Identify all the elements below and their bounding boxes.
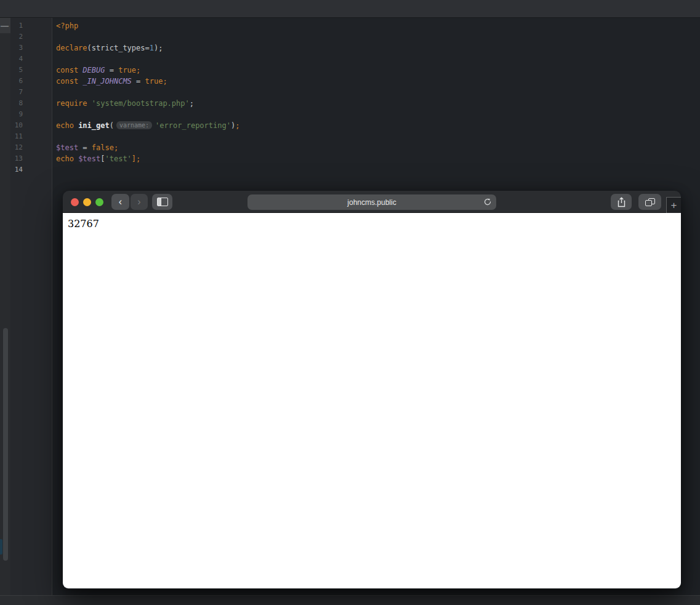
code-token: const [56,66,82,74]
code-line [56,87,239,98]
line-number: 9 [10,109,23,120]
share-icon [617,197,626,207]
browser-page: 32767 [63,213,681,588]
code-token: echo [56,154,78,163]
line-number: 14 [10,164,23,175]
tabs-overview-icon [645,198,655,206]
tabs-overview-button[interactable] [638,194,661,210]
zoom-window-button[interactable] [95,198,103,206]
close-window-button[interactable] [71,198,79,206]
code-token: _IN_JOHNCMS [82,77,131,86]
line-number: 13 [10,153,23,164]
code-line: const _IN_JOHNCMS = true; [56,76,239,87]
code-token: 'system/bootstrap.php' [92,99,190,108]
forward-icon: › [137,196,140,207]
new-tab-button[interactable]: + [666,197,681,213]
code-token: const [56,77,82,86]
editor-scrollbar-thumb[interactable] [3,328,8,561]
code-token: 'test' [105,154,131,163]
code-token: = [78,143,92,152]
code-token: ; [190,99,194,108]
code-token: 1 [150,44,154,52]
line-number: 8 [10,98,23,109]
parameter-hint-pill: varname: [116,121,152,129]
code-token: echo [56,121,78,130]
dash-icon: — [0,22,9,30]
forward-button[interactable]: › [131,194,148,210]
line-number: 10 [10,120,23,131]
code-line: declare(strict_types=1); [56,42,239,54]
share-button[interactable] [611,194,632,210]
line-number: 7 [10,87,23,98]
code-token: <?php [56,22,78,30]
code-token: declare [56,44,87,52]
plus-icon: + [671,199,677,212]
code-token: ; [235,121,239,130]
code-token: ); [154,44,163,52]
code-token: DEBUG [82,66,105,74]
line-number: 6 [10,76,23,87]
code-token: (strict_types= [87,44,150,52]
line-number: 5 [10,65,23,76]
code-line: const DEBUG = true; [56,65,239,76]
code-line [56,164,239,175]
line-number: 3 [10,42,23,54]
line-number: 12 [10,142,23,153]
editor-gutter: 1234567891011121314 [10,18,52,595]
code-token: false; [92,143,118,152]
page-output-text: 32767 [68,218,99,230]
back-button[interactable]: ‹ [111,194,129,210]
line-number: 4 [10,54,23,65]
safari-window: ‹ › johncms.public [63,191,681,589]
code-token: ini_get [78,121,110,130]
toolwindow-collapse-button[interactable]: — [0,18,10,33]
code-token: = [132,77,145,86]
code-token: true; [118,66,140,74]
code-token: 'error_reporting' [155,121,231,130]
code-line [56,54,239,65]
sidebar-icon [157,198,168,206]
code-line: <?php [56,20,239,31]
code-token: $test [78,154,100,163]
code-line: echo ini_get(varname:'error_reporting'); [56,120,239,131]
code-token: require [56,99,92,108]
line-number: 2 [10,31,23,42]
reload-button[interactable] [483,198,492,209]
ide-titlebar [0,0,700,18]
code-token: $test [56,143,78,152]
code-line: echo $test['test']; [56,153,239,164]
code-line: require 'system/bootstrap.php'; [56,98,239,109]
code-token: ( [110,121,114,130]
code-line [56,31,239,42]
code-token: true; [145,77,167,86]
line-number: 11 [10,131,23,142]
teal-toolwindow-tag[interactable] [0,539,2,555]
code-token: ]; [132,154,140,163]
code-token: = [105,66,118,74]
ide-statusbar [0,595,700,605]
back-icon: ‹ [119,196,122,207]
code-line: $test = false; [56,142,239,153]
safari-toolbar: ‹ › johncms.public [63,191,681,213]
address-text: johncms.public [347,198,396,207]
line-numbers: 1234567891011121314 [10,20,23,175]
code-pane: <?phpdeclare(strict_types=1);const DEBUG… [56,20,239,175]
reload-icon [483,198,492,206]
code-line [56,131,239,142]
code-line [56,109,239,120]
line-number: 1 [10,20,23,31]
sidebar-button[interactable] [152,194,172,210]
minimize-window-button[interactable] [83,198,91,206]
address-bar[interactable]: johncms.public [247,194,496,210]
